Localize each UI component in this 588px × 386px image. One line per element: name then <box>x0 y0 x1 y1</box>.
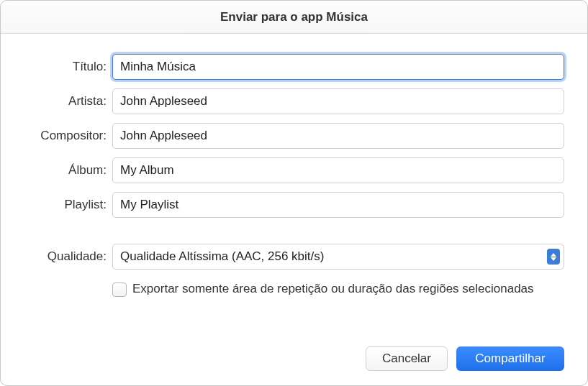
album-label: Álbum: <box>24 163 107 178</box>
album-input[interactable] <box>112 157 564 183</box>
dialog-title: Enviar para o app Música <box>220 10 368 24</box>
artist-input[interactable] <box>112 88 564 114</box>
title-label: Título: <box>24 60 107 74</box>
quality-select[interactable]: Qualidade Altíssima (AAC, 256 kbit/s) <box>112 244 564 270</box>
export-checkbox[interactable] <box>112 282 127 297</box>
dialog-content: Título: Artista: Compositor: Álbum: Play… <box>1 34 587 385</box>
title-input[interactable] <box>112 54 564 80</box>
composer-input[interactable] <box>112 123 564 149</box>
artist-label: Artista: <box>24 94 107 109</box>
cancel-button[interactable]: Cancelar <box>366 346 448 371</box>
export-dialog: Enviar para o app Música Título: Artista… <box>0 0 588 386</box>
album-row: Álbum: <box>24 157 564 183</box>
artist-row: Artista: <box>24 88 564 114</box>
export-checkbox-label: Exportar somente área de repetição ou du… <box>132 281 534 298</box>
share-button[interactable]: Compartilhar <box>456 346 564 371</box>
playlist-input[interactable] <box>112 192 564 218</box>
dialog-titlebar: Enviar para o app Música <box>1 1 587 34</box>
playlist-label: Playlist: <box>24 198 107 212</box>
button-row: Cancelar Compartilhar <box>24 332 564 371</box>
share-button-label: Compartilhar <box>475 351 545 366</box>
form-rows: Título: Artista: Compositor: Álbum: Play… <box>24 54 564 270</box>
quality-select-value: Qualidade Altíssima (AAC, 256 kbit/s) <box>112 244 564 270</box>
title-row: Título: <box>24 54 564 80</box>
export-checkbox-row: Exportar somente área de repetição ou du… <box>112 281 564 298</box>
playlist-row: Playlist: <box>24 192 564 218</box>
composer-row: Compositor: <box>24 123 564 149</box>
quality-label: Qualidade: <box>24 249 107 264</box>
composer-label: Compositor: <box>24 129 107 143</box>
updown-icon <box>547 249 560 265</box>
quality-row: Qualidade: Qualidade Altíssima (AAC, 256… <box>24 244 564 270</box>
cancel-button-label: Cancelar <box>382 351 431 366</box>
